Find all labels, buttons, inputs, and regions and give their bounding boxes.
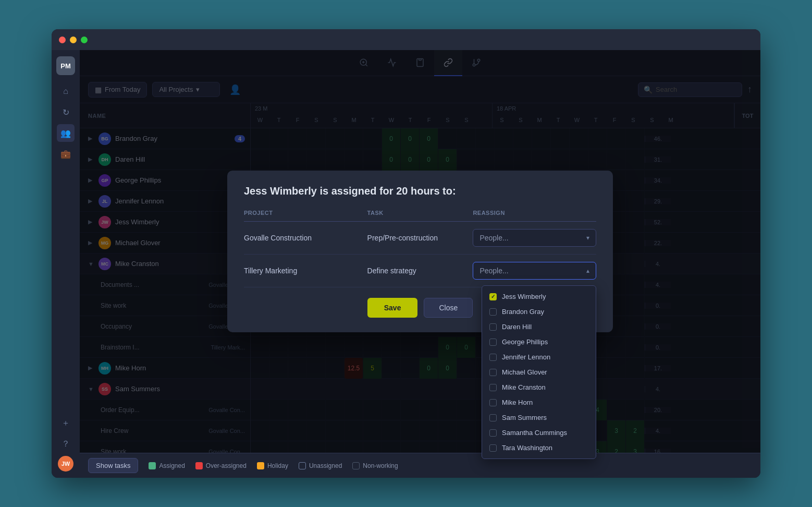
sidebar-add-icon[interactable]: ＋ <box>57 414 75 432</box>
person-name: Daren Hill <box>502 323 532 331</box>
traffic-lights <box>59 37 88 43</box>
sidebar-home-icon[interactable]: ⌂ <box>57 82 75 100</box>
sidebar-help-icon[interactable]: ？ <box>57 435 75 453</box>
modal-table: PROJECT TASK REASSIGN Govalle Constructi… <box>244 210 596 287</box>
dropdown-item-tara[interactable]: Tara Washington <box>482 440 596 455</box>
table-row: Govalle Construction Prep/Pre-constructi… <box>244 222 596 255</box>
legend-assigned: Assigned <box>149 462 184 469</box>
sidebar-briefcase-icon[interactable]: 💼 <box>57 145 75 163</box>
checkbox-mike-h[interactable] <box>489 399 497 406</box>
overassigned-color <box>195 462 203 469</box>
titlebar <box>52 29 760 50</box>
holiday-color <box>257 462 264 469</box>
task-cell: Prep/Pre-construction <box>367 222 473 255</box>
col-project-header: PROJECT <box>244 210 367 222</box>
dropdown-item-samantha[interactable]: Samantha Cummings <box>482 425 596 440</box>
sidebar-people-icon[interactable]: 👥 <box>57 124 75 142</box>
checkbox-michael[interactable] <box>489 369 497 376</box>
nonworking-label: Non-working <box>363 462 398 469</box>
reassign-placeholder: People... <box>479 234 508 242</box>
overassigned-label: Over-assigned <box>206 462 247 469</box>
reassign-dropdown-2[interactable]: People... ▴ <box>473 262 596 280</box>
dropdown-item-mike-c[interactable]: Mike Cranston <box>482 380 596 395</box>
checkbox-jennifer[interactable] <box>489 354 497 361</box>
legend-nonworking: Non-working <box>352 462 398 469</box>
dropdown-item-brandon[interactable]: Brandon Gray <box>482 304 596 319</box>
mac-window: PM ⌂ ↻ 👥 💼 ＋ ？ JW <box>52 29 760 478</box>
bottom-bar: Show tasks Assigned Over-assigned Holida… <box>80 453 760 478</box>
chevron-up-icon: ▴ <box>586 267 589 274</box>
checkbox-george[interactable] <box>489 339 497 346</box>
col-task-header: TASK <box>367 210 473 222</box>
checkbox-daren[interactable] <box>489 323 497 331</box>
dropdown-item-sam[interactable]: Sam Summers <box>482 410 596 425</box>
sidebar-refresh-icon[interactable]: ↻ <box>57 103 75 121</box>
nonworking-color <box>352 462 360 469</box>
project-cell: Tillery Marketing <box>244 255 367 287</box>
checkbox-samantha[interactable] <box>489 429 497 437</box>
person-name: Samantha Cummings <box>502 429 567 437</box>
checkbox-brandon[interactable] <box>489 308 497 316</box>
dropdown-item-michael[interactable]: Michael Glover <box>482 365 596 380</box>
dropdown-item-mike-h[interactable]: Mike Horn <box>482 395 596 410</box>
checkbox-tara[interactable] <box>489 444 497 452</box>
person-name: Tara Washington <box>502 444 552 452</box>
person-name: Mike Cranston <box>502 383 546 391</box>
legend-unassigned: Unassigned <box>299 462 342 469</box>
dropdown-item-jennifer[interactable]: Jennifer Lennon <box>482 349 596 365</box>
save-button[interactable]: Save <box>367 298 418 318</box>
people-dropdown-menu: Jess Wimberly Brandon Gray Daren Hill <box>482 285 596 459</box>
sidebar: PM ⌂ ↻ 👥 💼 ＋ ？ JW <box>52 50 80 478</box>
reassign-cell: People... ▴ <box>473 255 596 287</box>
holiday-label: Holiday <box>267 462 288 469</box>
show-tasks-button[interactable]: Show tasks <box>88 458 138 473</box>
dropdown-item-jess[interactable]: Jess Wimberly <box>482 289 596 304</box>
dropdown-item-george[interactable]: George Phillips <box>482 334 596 349</box>
person-name: Sam Summers <box>502 414 547 421</box>
close-button[interactable] <box>59 37 66 43</box>
checkbox-jess[interactable] <box>489 293 497 300</box>
project-cell: Govalle Construction <box>244 222 367 255</box>
task-cell: Define strategy <box>367 255 473 287</box>
person-name: Michael Glover <box>502 368 547 376</box>
minimize-button[interactable] <box>70 37 77 43</box>
legend-holiday: Holiday <box>257 462 288 469</box>
modal-title: Jess Wimberly is assigned for 20 hours t… <box>244 185 596 197</box>
main-layout: PM ⌂ ↻ 👥 💼 ＋ ？ JW <box>52 50 760 478</box>
person-name: Brandon Gray <box>502 308 544 316</box>
close-button[interactable]: Close <box>424 298 473 318</box>
person-name: George Phillips <box>502 338 548 346</box>
person-name: Mike Horn <box>502 399 533 406</box>
reassign-cell: People... ▾ <box>473 222 596 255</box>
modal-dialog: Jess Wimberly is assigned for 20 hours t… <box>227 171 613 332</box>
reassign-dropdown-1[interactable]: People... ▾ <box>473 229 596 247</box>
maximize-button[interactable] <box>81 37 88 43</box>
person-name: Jennifer Lennon <box>502 353 550 361</box>
checkbox-mike-c[interactable] <box>489 384 497 391</box>
col-reassign-header: REASSIGN <box>473 210 596 222</box>
table-row: Tillery Marketing Define strategy People… <box>244 255 596 287</box>
checkbox-sam[interactable] <box>489 414 497 421</box>
unassigned-label: Unassigned <box>309 462 342 469</box>
assigned-color <box>149 462 156 469</box>
reassign-placeholder: People... <box>479 267 508 275</box>
assigned-label: Assigned <box>159 462 184 469</box>
legend-overassigned: Over-assigned <box>195 462 247 469</box>
unassigned-color <box>299 462 306 469</box>
sidebar-user-avatar[interactable]: JW <box>58 456 73 472</box>
person-name: Jess Wimberly <box>502 293 546 300</box>
app-logo[interactable]: PM <box>56 56 75 75</box>
chevron-down-icon: ▾ <box>586 234 589 242</box>
content-area: ▦ From Today All Projects ▾ 👤 🔍 ↑ <box>80 50 760 478</box>
dropdown-item-daren[interactable]: Daren Hill <box>482 319 596 334</box>
modal-overlay: Jess Wimberly is assigned for 20 hours t… <box>80 50 760 453</box>
